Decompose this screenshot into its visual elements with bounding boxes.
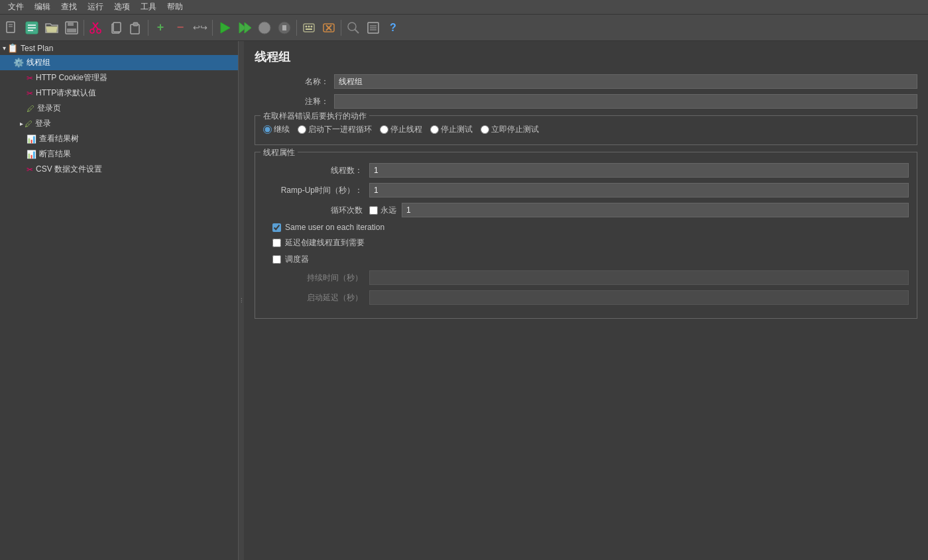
remove-button[interactable]: −: [171, 19, 190, 37]
add-button[interactable]: +: [151, 19, 170, 37]
startup-delay-row: 启动延迟（秒）: [263, 290, 909, 305]
svg-rect-24: [304, 24, 314, 32]
content-panel: 线程组 名称： 注释： 在取样器错误后要执行的动作 继续 启动下一进程循环: [244, 41, 928, 560]
svg-marker-18: [221, 23, 230, 33]
shutdown-button[interactable]: [275, 19, 294, 37]
rampup-label: Ramp-Up时间（秒）：: [263, 185, 369, 196]
scheduler-row: 调度器: [263, 254, 909, 265]
cut-button[interactable]: [87, 19, 105, 37]
radio-stop-test[interactable]: 停止测试: [430, 124, 473, 135]
chart-icon-2: 📊: [27, 150, 36, 159]
radio-continue[interactable]: 继续: [263, 124, 290, 135]
dots-icon: ···: [240, 298, 243, 303]
run-no-pause-button[interactable]: [235, 19, 254, 37]
loop-input[interactable]: [402, 203, 909, 217]
radio-stop-now[interactable]: 立即停止测试: [481, 124, 539, 135]
svg-rect-23: [282, 25, 286, 30]
name-label: 名称：: [255, 76, 334, 87]
copy-button[interactable]: [107, 19, 125, 37]
name-row: 名称：: [255, 74, 917, 89]
save-button[interactable]: [62, 19, 81, 37]
chart-icon: 📊: [27, 135, 36, 144]
forever-checkbox[interactable]: [369, 206, 378, 215]
thread-count-row: 线程数：: [263, 163, 909, 178]
same-user-row: Same user on each iteration: [263, 223, 909, 232]
chevron-down-icon: ▾: [3, 44, 6, 52]
open-button[interactable]: [42, 19, 61, 37]
same-user-label: Same user on each iteration: [285, 223, 384, 232]
sidebar-item-http-default[interactable]: ✂ HTTP请求默认值: [0, 85, 238, 101]
resize-handle[interactable]: ···: [239, 41, 244, 560]
radio-stop-thread[interactable]: 停止线程: [380, 124, 422, 135]
pen-icon: 🖊: [27, 104, 34, 113]
delay-create-row: 延迟创建线程直到需要: [263, 237, 909, 249]
radio-stop-thread-input[interactable]: [380, 125, 388, 134]
radio-continue-label: 继续: [274, 124, 290, 135]
sidebar-item-view-results[interactable]: 📊 查看结果树: [0, 131, 238, 146]
sidebar-item-test-plan[interactable]: ▾ 📋 Test Plan: [0, 41, 238, 55]
delay-create-label: 延迟创建线程直到需要: [285, 237, 365, 249]
same-user-checkbox[interactable]: [272, 223, 281, 232]
new-button[interactable]: [3, 19, 21, 37]
radio-stop-test-input[interactable]: [430, 125, 439, 134]
menu-options[interactable]: 选项: [109, 0, 135, 14]
forever-check-label[interactable]: 永远: [369, 205, 396, 216]
delay-create-checkbox[interactable]: [272, 239, 281, 247]
svg-point-13: [97, 29, 101, 33]
sidebar-item-http-cookie[interactable]: ✂ HTTP Cookie管理器: [0, 70, 238, 85]
radio-continue-input[interactable]: [263, 125, 272, 134]
rampup-input[interactable]: [369, 183, 909, 197]
svg-rect-8: [68, 22, 74, 26]
comment-row: 注释：: [255, 94, 917, 109]
svg-rect-9: [67, 28, 76, 32]
radio-start-next-input[interactable]: [298, 125, 306, 134]
radio-start-next[interactable]: 启动下一进程循环: [298, 124, 372, 135]
help-button[interactable]: ?: [384, 19, 402, 37]
run-button[interactable]: [215, 19, 234, 37]
scheduler-checkbox[interactable]: [272, 255, 281, 264]
sidebar-item-summary[interactable]: 📊 断言结果: [0, 146, 238, 162]
separator-1: [84, 20, 84, 36]
radio-start-next-label: 启动下一进程循环: [308, 124, 372, 135]
menu-tools[interactable]: 工具: [135, 0, 162, 14]
svg-point-12: [90, 29, 94, 33]
menu-find[interactable]: 查找: [56, 0, 82, 14]
sidebar-item-label: 断言结果: [39, 148, 71, 160]
remote-start-button[interactable]: [300, 19, 318, 37]
menu-help[interactable]: 帮助: [162, 0, 188, 14]
radio-stop-now-input[interactable]: [481, 125, 489, 134]
sidebar-item-login-page[interactable]: 🖊 登录页: [0, 101, 238, 116]
sidebar-item-label: HTTP Cookie管理器: [36, 72, 107, 84]
stop-button[interactable]: [255, 19, 274, 37]
radio-stop-thread-label: 停止线程: [390, 124, 422, 135]
thread-props-legend: 线程属性: [261, 147, 298, 158]
separator-3: [212, 20, 213, 36]
separator-2: [148, 20, 148, 36]
clear-button[interactable]: ↩↪: [191, 19, 209, 37]
rampup-row: Ramp-Up时间（秒）：: [263, 183, 909, 197]
name-input[interactable]: [334, 74, 917, 89]
duration-row: 持续时间（秒）: [263, 270, 909, 285]
svg-marker-20: [245, 23, 251, 33]
menu-file[interactable]: 文件: [3, 0, 29, 14]
sidebar-item-thread-group[interactable]: ⚙️ 线程组: [0, 55, 238, 70]
sidebar-item-csv[interactable]: ✂ CSV 数据文件设置: [0, 162, 238, 177]
panel-title: 线程组: [255, 49, 917, 65]
menu-edit[interactable]: 编辑: [29, 0, 56, 14]
paste-button[interactable]: [127, 19, 145, 37]
comment-input[interactable]: [334, 94, 917, 109]
remote-stop-button[interactable]: [319, 19, 338, 37]
sidebar-item-login[interactable]: ▸ 🖊 登录: [0, 116, 238, 131]
radio-stop-now-label: 立即停止测试: [491, 124, 539, 135]
forever-label: 永远: [380, 205, 396, 216]
thread-count-input[interactable]: [369, 163, 909, 178]
function-button[interactable]: [344, 19, 363, 37]
svg-point-25: [306, 25, 308, 27]
duration-label: 持续时间（秒）: [263, 272, 369, 284]
menu-run[interactable]: 运行: [82, 0, 109, 14]
menu-bar: 文件 编辑 查找 运行 选项 工具 帮助: [0, 0, 928, 15]
toolbar: + − ↩↪: [0, 15, 928, 41]
error-section: 在取样器错误后要执行的动作 继续 启动下一进程循环 停止线程 停止测试: [255, 115, 917, 145]
template-button[interactable]: [23, 19, 41, 37]
list-button[interactable]: [364, 19, 382, 37]
